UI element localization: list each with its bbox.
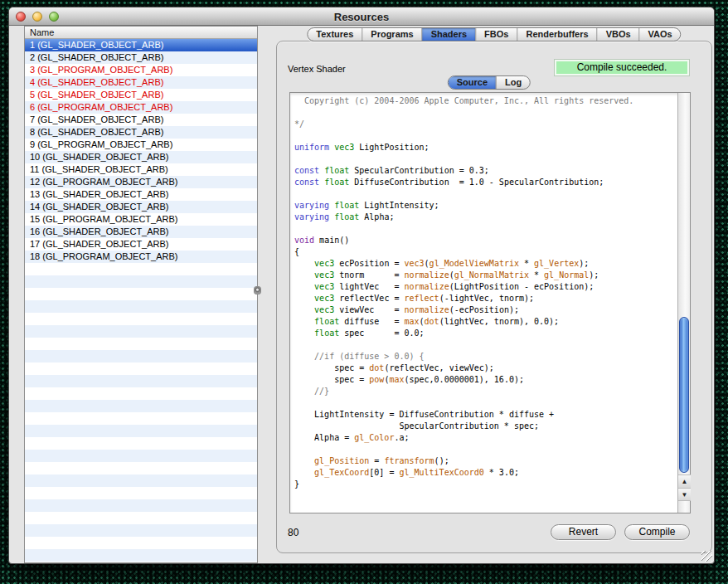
tab-vbos[interactable]: VBOs [598,28,640,41]
code-line [294,153,677,165]
code-line: varying float Alpha; [294,212,677,223]
tab-renderbuffers[interactable]: Renderbuffers [517,28,597,41]
code-line: uniform vec3 LightPosition; [294,142,677,153]
list-item[interactable]: 1 (GL_SHADER_OBJECT_ARB) [25,39,257,51]
code-line: vec3 viewVec = normalize(-ecPosition); [294,304,677,316]
list-item[interactable]: 4 (GL_SHADER_OBJECT_ARB) [25,76,257,89]
list-item[interactable]: 18 (GL_PROGRAM_OBJECT_ARB) [25,251,257,263]
code-text[interactable]: Copyright (c) 2004-2006 Apple Computer, … [290,93,677,513]
code-line: Alpha = gl_Color.a; [294,432,677,444]
list-item[interactable]: 14 (GL_SHADER_OBJECT_ARB) [25,201,257,213]
splitter-handle[interactable] [254,286,261,294]
code-line: vec3 tnorm = normalize(gl_NormalMatrix *… [294,270,677,281]
subtab-log[interactable]: Log [497,76,530,89]
code-line: vec3 ecPosition = vec3(gl_ModelViewMatri… [294,258,677,270]
window-content: Name 1 (GL_SHADER_OBJECT_ARB)2 (GL_SHADE… [9,26,714,563]
list-body[interactable]: 1 (GL_SHADER_OBJECT_ARB)2 (GL_SHADER_OBJ… [25,39,257,562]
tab-programs[interactable]: Programs [362,28,422,41]
code-line: } [294,479,677,490]
code-line: const float DiffuseContribution = 1.0 - … [294,177,677,188]
scrollbar-thumb[interactable] [679,317,689,473]
code-line: spec = pow(max(spec,0.0000001), 16.0); [294,374,677,386]
code-line: float diffuse = max(dot(lightVec, tnorm)… [294,316,677,328]
list-item[interactable]: 3 (GL_PROGRAM_OBJECT_ARB) [25,64,257,76]
code-line: //} [294,386,677,397]
tab-shaders[interactable]: Shaders [423,28,476,41]
code-line [294,397,677,409]
list-item[interactable]: 6 (GL_PROGRAM_OBJECT_ARB) [25,101,257,114]
list-item[interactable]: 2 (GL_SHADER_OBJECT_ARB) [25,51,257,64]
code-line: */ [294,119,677,130]
scroll-down-button[interactable]: ▼ [678,488,691,501]
list-item[interactable]: 8 (GL_SHADER_OBJECT_ARB) [25,126,257,139]
code-line: gl_Position = ftransform(); [294,455,677,467]
vertical-scrollbar[interactable]: ▲ ▼ [677,93,690,513]
compile-status-badge: Compile succeeded. [555,60,689,75]
compile-button[interactable]: Compile [624,524,690,540]
title-bar[interactable]: Resources [9,7,714,26]
list-item[interactable]: 5 (GL_SHADER_OBJECT_ARB) [25,89,257,101]
list-item[interactable]: 11 (GL_SHADER_OBJECT_ARB) [25,163,257,176]
list-item[interactable]: 7 (GL_SHADER_OBJECT_ARB) [25,114,257,126]
code-line [294,188,677,200]
subtab-source[interactable]: Source [449,76,497,89]
code-line: vec3 reflectVec = reflect(-lightVec, tno… [294,293,677,304]
code-line [294,130,677,142]
list-item[interactable]: 17 (GL_SHADER_OBJECT_ARB) [25,238,257,251]
code-line: gl_TexCoord[0] = gl_MultiTexCoord0 * 3.0… [294,467,677,479]
list-item[interactable]: 13 (GL_SHADER_OBJECT_ARB) [25,188,257,201]
tab-vaos[interactable]: VAOs [640,28,681,41]
code-line: //if (diffuse > 0.0) { [294,351,677,363]
code-line: vec3 lightVec = normalize(LightPosition … [294,281,677,293]
code-line: const float SpecularContribution = 0.3; [294,165,677,177]
resource-list: Name 1 (GL_SHADER_OBJECT_ARB)2 (GL_SHADE… [24,26,258,563]
code-line [294,339,677,351]
list-header-name[interactable]: Name [25,27,257,39]
list-item[interactable]: 15 (GL_PROGRAM_OBJECT_ARB) [25,213,257,226]
object-count-label: 80 [288,527,298,538]
code-line: void main() [294,235,677,246]
window-title: Resources [9,11,714,23]
shader-type-label: Vertex Shader [288,64,346,74]
code-line: { [294,246,677,258]
list-item[interactable]: 10 (GL_SHADER_OBJECT_ARB) [25,151,257,163]
list-item[interactable]: 9 (GL_PROGRAM_OBJECT_ARB) [25,139,257,151]
resize-grip[interactable] [701,551,712,562]
code-line [294,223,677,235]
shader-source-editor[interactable]: Copyright (c) 2004-2006 Apple Computer, … [289,92,691,513]
code-line: spec = dot(reflectVec, viewVec); [294,363,677,374]
code-line [294,444,677,455]
resource-tabbar: TexturesProgramsShadersFBOsRenderbuffers… [307,27,681,41]
tab-textures[interactable]: Textures [308,28,362,41]
code-line: float spec = 0.0; [294,328,677,339]
code-line: LightIntensity = DiffuseContribution * d… [294,409,677,421]
desktop: { "window": { "title": "Resources" }, "c… [0,0,728,584]
code-line: SpecularContribution * spec; [294,421,677,432]
revert-button[interactable]: Revert [551,524,616,540]
list-item[interactable]: 16 (GL_SHADER_OBJECT_ARB) [25,226,257,238]
scroll-up-button[interactable]: ▲ [678,474,691,488]
code-line: Copyright (c) 2004-2006 Apple Computer, … [294,95,677,107]
source-log-tabbar: SourceLog [448,75,531,90]
tab-fbos[interactable]: FBOs [476,28,517,41]
list-item[interactable]: 12 (GL_PROGRAM_OBJECT_ARB) [25,176,257,188]
code-line [294,107,677,119]
code-line: varying float LightIntensity; [294,200,677,212]
resources-window: Resources Name 1 (GL_SHADER_OBJECT_ARB)2… [8,7,715,564]
